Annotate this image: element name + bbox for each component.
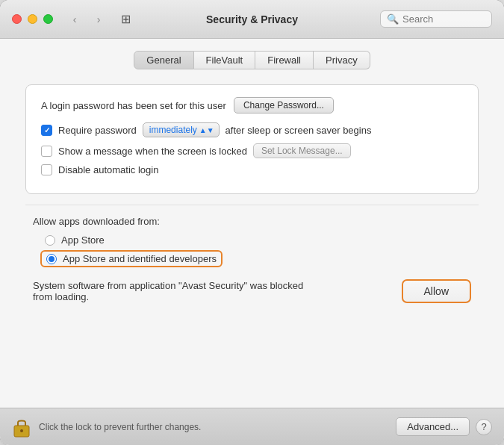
allow-apps-section: Allow apps downloaded from: App Store Ap…	[25, 216, 479, 303]
grid-button[interactable]: ⊞	[116, 12, 135, 27]
require-password-row: Require password immediately ▲▼ after sl…	[41, 122, 463, 137]
lock-text: Click the lock to prevent further change…	[39, 422, 396, 432]
advanced-button[interactable]: Advanced...	[396, 417, 470, 436]
show-message-checkbox[interactable]	[41, 146, 52, 157]
nav-buttons: ‹ › ⊞	[65, 12, 135, 27]
set-lock-message-button[interactable]: Set Lock Message...	[253, 143, 351, 158]
blocked-section: System software from application "Avast …	[33, 279, 471, 303]
tab-filevault[interactable]: FileVault	[194, 51, 256, 69]
main-content: A login password has been set for this u…	[18, 84, 486, 396]
allow-apps-label: Allow apps downloaded from:	[33, 216, 471, 227]
search-icon: 🔍	[387, 13, 399, 25]
maximize-button[interactable]	[43, 14, 53, 24]
main-window: ‹ › ⊞ Security & Privacy 🔍 General FileV…	[0, 0, 504, 445]
password-timing-dropdown[interactable]: immediately ▲▼	[143, 122, 220, 137]
tab-general[interactable]: General	[134, 51, 193, 69]
show-message-label: Show a message when the screen is locked	[58, 146, 247, 157]
dropdown-value: immediately	[149, 125, 197, 135]
tab-privacy[interactable]: Privacy	[314, 51, 370, 69]
login-section: A login password has been set for this u…	[25, 84, 479, 194]
titlebar: ‹ › ⊞ Security & Privacy 🔍	[0, 0, 504, 39]
minimize-button[interactable]	[28, 14, 37, 24]
back-button[interactable]: ‹	[65, 12, 84, 27]
tabs-bar: General FileVault Firewall Privacy	[18, 51, 486, 69]
radio-app-store-identified[interactable]	[46, 254, 57, 264]
radio-app-store-identified-label: App Store and identified developers	[63, 253, 217, 264]
require-password-label: Require password	[58, 125, 137, 136]
require-password-suffix: after sleep or screen saver begins	[225, 125, 372, 136]
chevron-right-icon: ›	[97, 13, 101, 25]
forward-button[interactable]: ›	[89, 12, 108, 27]
dropdown-arrow-icon: ▲▼	[199, 126, 214, 134]
search-bar: 🔍	[380, 10, 492, 28]
search-input[interactable]	[402, 13, 485, 25]
disable-login-row: Disable automatic login	[41, 164, 463, 175]
allow-button[interactable]: Allow	[402, 279, 471, 303]
change-password-button[interactable]: Change Password...	[234, 97, 334, 113]
login-password-row: A login password has been set for this u…	[41, 97, 463, 113]
radio-app-store-label: App Store	[61, 234, 105, 246]
login-password-text: A login password has been set for this u…	[41, 100, 226, 111]
radio-app-store-identified-row: App Store and identified developers	[40, 250, 223, 267]
lock-icon	[12, 416, 31, 438]
svg-point-1	[20, 429, 23, 432]
divider	[25, 205, 479, 205]
help-button[interactable]: ?	[476, 419, 492, 435]
bottom-bar: Click the lock to prevent further change…	[0, 408, 504, 445]
radio-app-store[interactable]	[45, 235, 55, 246]
close-button[interactable]	[12, 14, 22, 24]
chevron-left-icon: ‹	[73, 13, 77, 25]
tab-firewall[interactable]: Firewall	[255, 51, 314, 69]
blocked-text: System software from application "Avast …	[33, 280, 317, 302]
window-title: Security & Privacy	[206, 13, 298, 25]
grid-icon: ⊞	[121, 12, 131, 26]
require-password-checkbox[interactable]	[41, 125, 52, 136]
content-area: General FileVault Firewall Privacy A log…	[0, 39, 504, 408]
show-message-row: Show a message when the screen is locked…	[41, 143, 463, 158]
disable-login-checkbox[interactable]	[41, 164, 52, 175]
disable-login-label: Disable automatic login	[58, 164, 158, 175]
traffic-lights	[12, 14, 53, 24]
radio-app-store-row: App Store	[45, 234, 471, 246]
